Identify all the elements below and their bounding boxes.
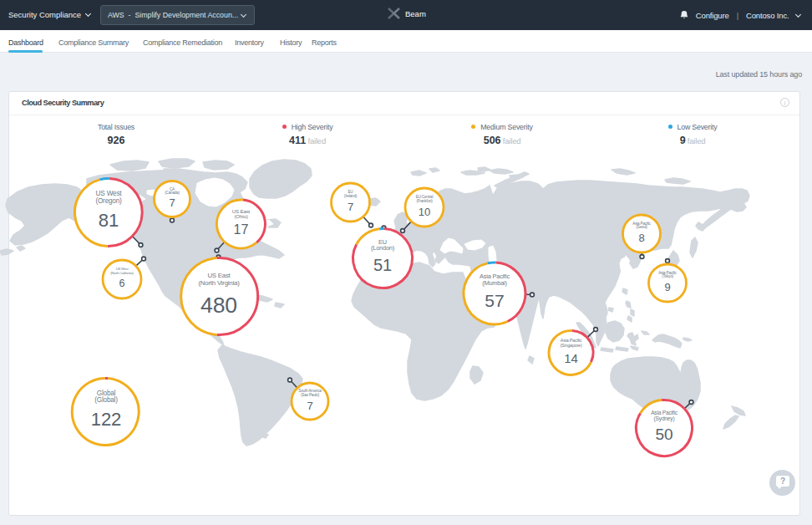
svg-text:8: 8 (638, 232, 644, 244)
svg-text:14: 14 (564, 351, 578, 365)
svg-text:51: 51 (373, 256, 392, 274)
svg-text:(Singapore): (Singapore) (561, 343, 582, 348)
svg-text:7: 7 (169, 196, 175, 209)
svg-text:Asia Pacific: Asia Pacific (651, 410, 678, 415)
svg-text:81: 81 (99, 210, 119, 231)
svg-text:17: 17 (234, 222, 249, 237)
svg-text:6: 6 (119, 278, 125, 289)
svg-text:57: 57 (485, 291, 504, 310)
svg-text:(Sao Paulo): (Sao Paulo) (301, 393, 320, 397)
svg-text:7: 7 (307, 400, 312, 412)
svg-text:480: 480 (200, 293, 237, 318)
svg-text:US East: US East (207, 272, 231, 279)
svg-text:(North Virginia): (North Virginia) (198, 279, 240, 287)
svg-text:(Ireland): (Ireland) (344, 194, 358, 198)
svg-text:(Oregon): (Oregon) (95, 197, 122, 205)
svg-text:(Tokyo): (Tokyo) (662, 274, 673, 278)
svg-text:7: 7 (348, 201, 353, 213)
svg-text:(Global): (Global) (94, 396, 118, 404)
svg-text:10: 10 (419, 206, 430, 218)
svg-text:(London): (London) (371, 244, 394, 252)
svg-text:(Mumbai): (Mumbai) (482, 279, 507, 287)
svg-text:(Seoul): (Seoul) (636, 225, 647, 229)
svg-text:9: 9 (664, 281, 670, 293)
svg-text:(North California): (North California) (110, 271, 134, 275)
svg-text:(Sydney): (Sydney) (654, 415, 675, 422)
svg-text:(Canada): (Canada) (165, 191, 180, 195)
svg-text:50: 50 (655, 426, 672, 443)
svg-text:(Frankfurt): (Frankfurt) (416, 199, 433, 203)
svg-text:(Ohio): (Ohio) (235, 213, 248, 219)
svg-text:122: 122 (91, 409, 122, 430)
